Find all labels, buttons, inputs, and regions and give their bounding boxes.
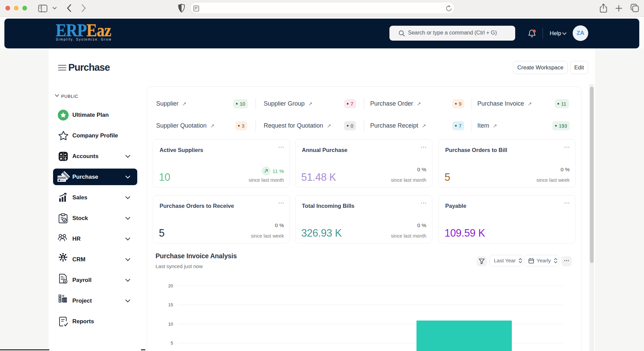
- svg-text:$: $: [64, 280, 66, 283]
